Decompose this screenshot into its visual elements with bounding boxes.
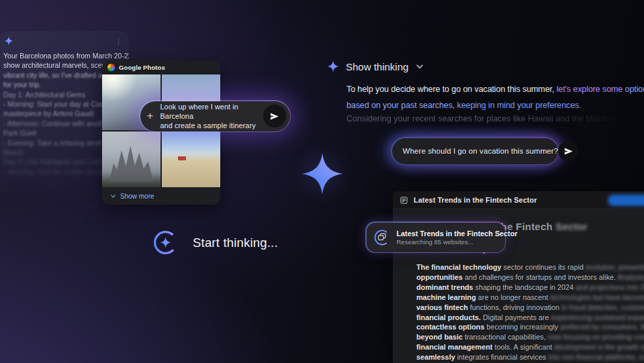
more-options-icon[interactable]: ⋮: [115, 38, 122, 45]
fintech-document-panel: Latest Trends in the Fintech Sector Late…: [393, 191, 644, 363]
document-icon: [400, 196, 408, 205]
research-card-title: Latest Trends in the Fintech Sector: [397, 229, 518, 238]
send-icon: [269, 111, 279, 121]
send-button[interactable]: [263, 105, 286, 127]
thinking-faded-text: Considering your recent searches for pla…: [347, 114, 635, 123]
screenshot-stage: ⋮ Your Barcelona photos from March 20-22…: [0, 0, 644, 363]
start-thinking-label: Start thinking...: [193, 236, 278, 250]
document-header-title: Latest Trends in the Fintech Sector: [414, 196, 537, 204]
body-line: The financial technology sector continue…: [416, 262, 644, 272]
gemini-sparkle-icon: [301, 152, 344, 195]
document-action-button[interactable]: [608, 195, 644, 206]
body-line: opportunities and challenges for startup…: [416, 272, 644, 282]
body-line: beyond basic transactional capabilities,…: [416, 332, 644, 342]
body-line: machine learning are no longer nascent t…: [416, 293, 644, 303]
send-button[interactable]: [558, 141, 578, 161]
show-more-label: Show more: [120, 193, 154, 200]
body-line: seamlessly integrates financial services…: [416, 352, 644, 362]
add-icon[interactable]: +: [140, 109, 160, 123]
google-photos-icon: [107, 64, 115, 71]
gemini-sparkle-icon: [327, 60, 339, 72]
show-thinking-block: Show thinking To help you decide where t…: [327, 60, 424, 72]
body-line: financial management tools. A significan…: [416, 342, 644, 352]
document-header: Latest Trends in the Fintech Sector: [393, 191, 644, 209]
photo-sagrada-familia[interactable]: [102, 132, 160, 187]
google-photos-card: Google Photos Show more: [102, 60, 220, 205]
prompt-text: Where should I go on vacation this summe…: [403, 146, 559, 156]
gemini-sparkle-icon: [160, 237, 171, 248]
thinking-summary-text: To help you decide where to go on vacati…: [347, 82, 642, 113]
photo-barceloneta-beach[interactable]: [162, 132, 220, 187]
prompt-text: Look up where I went in Barcelona and cr…: [160, 102, 263, 130]
research-card-subtitle: Researching 85 websites...: [397, 238, 518, 246]
show-thinking-label: Show thinking: [346, 61, 408, 72]
body-line: dominant trends shaping the landscape in…: [416, 282, 644, 293]
prompt-pill-barcelona[interactable]: + Look up where I went in Barcelona and …: [139, 100, 291, 132]
research-spinner-icon: [373, 229, 391, 246]
chevron-down-icon: [415, 62, 424, 71]
thinking-spinner-icon: [152, 229, 179, 256]
google-photos-header: Google Photos: [102, 60, 220, 74]
start-thinking-status: Start thinking...: [152, 229, 278, 256]
body-line: financial products. Digital payments are…: [416, 313, 644, 323]
body-line: contactless options becoming increasingl…: [416, 322, 644, 332]
show-more-button[interactable]: Show more: [102, 187, 220, 205]
google-photos-label: Google Photos: [119, 64, 165, 71]
gemini-sparkle-icon: [4, 36, 13, 46]
chevron-down-icon: [110, 193, 116, 199]
chat-line: Your Barcelona photos from March 20-22, …: [3, 51, 125, 60]
body-line: various fintech functions, driving innov…: [416, 303, 644, 313]
show-thinking-toggle[interactable]: Show thinking: [327, 60, 424, 72]
research-status-card[interactable]: Latest Trends in the Fintech Sector Rese…: [365, 221, 506, 253]
document-body-text: The financial technology sector continue…: [416, 262, 644, 363]
prompt-pill-vacation[interactable]: Where should I go on vacation this summe…: [391, 137, 559, 165]
send-icon: [563, 146, 573, 156]
